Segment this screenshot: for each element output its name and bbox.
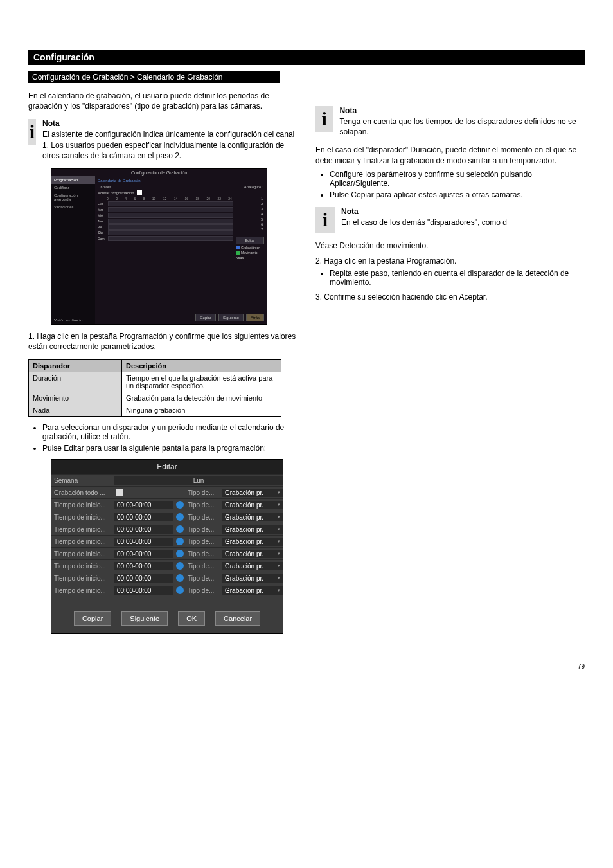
trigger-table: Disparador Descripción Duración Tiempo e… <box>28 359 281 417</box>
note-text: Tenga en cuenta que los tiempos de los d… <box>339 116 585 137</box>
page-footer: 79 <box>28 660 585 670</box>
sub-heading: Configuración de Grabación > Calendario … <box>28 71 280 83</box>
th-disparador: Disparador <box>29 360 122 372</box>
ss2-val-tipo-0[interactable]: Grabación pr.▾ <box>222 489 283 497</box>
ss2-cancelar-button[interactable]: Cancelar <box>215 611 260 626</box>
sidemenu-conf-avanzada[interactable]: Configuración avanzada <box>51 192 95 203</box>
ss1-title: Configuración de Grabación <box>51 169 267 176</box>
sidemenu-live[interactable]: Visión en directo <box>51 316 95 324</box>
ss1-tab[interactable]: Calendario de Grabación <box>98 179 264 183</box>
ss1-activar-checkbox[interactable] <box>137 190 142 195</box>
ss2-lbl-tipo-0: Tipo de... <box>185 489 222 496</box>
ss2-ok-button[interactable]: OK <box>178 611 205 626</box>
right-bullet-apply: Configure los parámetros y confirme su s… <box>330 170 585 188</box>
left-bullet-1: Para seleccionar un disparador y un peri… <box>42 423 298 441</box>
info-icon: i <box>315 207 335 233</box>
ss2-lbl-grab-todo: Grabación todo ... <box>51 489 114 496</box>
clock-icon[interactable] <box>176 574 184 582</box>
step-2: 2. Haga clic en la pestaña Programación. <box>315 256 585 266</box>
sidemenu-vacaciones[interactable]: Vacaciones <box>51 203 95 211</box>
note-box-left: i Nota El asistente de configuración ind… <box>28 119 298 161</box>
step-3: 3. Confirme su selección haciendo clic e… <box>315 292 585 302</box>
right-bullet-copy: Pulse Copiar para aplicar estos ajustes … <box>330 190 585 199</box>
right-paragraph-duration: En el caso del "disparador" Duración, pu… <box>315 145 585 165</box>
ss1-siguiente-button[interactable]: Siguiente <box>218 314 244 321</box>
step-1: 1. Haga clic en la pestaña Programación … <box>28 331 298 352</box>
note-title: Nota <box>339 106 585 115</box>
section-heading: Configuración <box>28 50 585 65</box>
screenshot-schedule: Configuración de Grabación Programación … <box>51 168 267 325</box>
th-descripcion: Descripción <box>122 360 281 372</box>
ss2-title: Editar <box>51 460 283 474</box>
info-icon: i <box>315 106 333 132</box>
note-text-visible: En el caso de los demás "disparadores", … <box>341 217 507 228</box>
clock-icon[interactable] <box>176 538 184 545</box>
ss2-grab-todo-checkbox[interactable] <box>116 489 123 496</box>
ss2-val-semana[interactable]: Lun <box>114 476 283 485</box>
clock-icon[interactable] <box>176 586 184 594</box>
info-icon: i <box>28 119 36 145</box>
top-rule <box>28 26 585 26</box>
note-text: El asistente de configuración indica úni… <box>42 129 298 161</box>
right-see-also: Véase Detección de movimiento. <box>315 240 585 251</box>
ss1-sidemenu: Programación Codificar Configuración ava… <box>51 176 95 324</box>
ss1-lbl-camara: Cámara <box>98 185 111 189</box>
note-title: Nota <box>42 119 298 128</box>
ss1-lbl-activar: Activar programación <box>98 191 134 195</box>
ss2-lbl-semana: Semana <box>51 477 114 484</box>
clock-icon[interactable] <box>176 562 184 570</box>
clock-icon[interactable] <box>176 550 184 557</box>
note-box-right-2: i Nota En el caso de los demás "disparad… <box>315 207 585 233</box>
left-column: En el calendario de grabación, el usuari… <box>28 87 298 640</box>
ss1-right-legend: 1 2 3 4 5 6 7 Editar Grabación pr. Movi <box>236 197 264 260</box>
left-bullet-2: Pulse Editar para usar la siguiente pant… <box>42 444 298 453</box>
right-bullet-repeat: Repita este paso, teniendo en cuenta el … <box>330 269 585 287</box>
ss2-copiar-button[interactable]: Copiar <box>74 611 111 626</box>
note-title: Nota <box>341 207 507 216</box>
clock-icon[interactable] <box>176 501 184 509</box>
clock-icon[interactable] <box>176 513 184 521</box>
ss1-editar-button[interactable]: Editar <box>236 237 264 244</box>
ss1-val-camara[interactable]: Analógico 1 <box>244 185 264 189</box>
sidemenu-programacion[interactable]: Programación <box>51 176 95 184</box>
sidemenu-codificar[interactable]: Codificar <box>51 184 95 192</box>
ss1-copiar-button[interactable]: Copiar <box>195 314 216 321</box>
ss2-siguiente-button[interactable]: Siguiente <box>121 611 168 626</box>
note-box-right-1: i Nota Tenga en cuenta que los tiempos d… <box>315 106 585 137</box>
ss1-atras-button[interactable]: Atrás <box>246 314 264 321</box>
intro-paragraph: En el calendario de grabación, el usuari… <box>28 91 298 111</box>
ss1-grid[interactable]: 0 2 4 6 8 10 12 14 16 18 <box>98 197 233 260</box>
right-column: i Nota Tenga en cuenta que los tiempos d… <box>315 87 585 640</box>
left-bullets: Para seleccionar un disparador y un peri… <box>28 423 298 453</box>
footer-page-number: 79 <box>578 663 585 670</box>
screenshot-edit-dialog: Editar Semana Lun Grabación todo ... Tip… <box>51 459 283 634</box>
clock-icon[interactable] <box>176 525 184 533</box>
right-bullets-program: Configure los parámetros y confirme su s… <box>315 170 585 199</box>
